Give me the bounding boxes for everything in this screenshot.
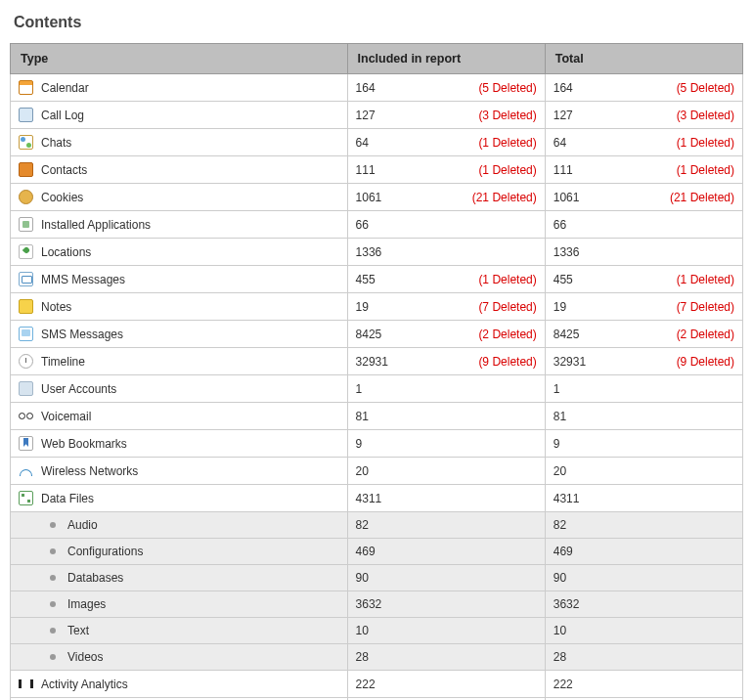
table-row[interactable]: Installed Applications6666 (11, 211, 743, 239)
count-value: 1 (554, 382, 560, 396)
count-value: 222 (356, 678, 376, 691)
col-header-total: Total (545, 44, 742, 74)
table-row[interactable]: Timeline32931(9 Deleted)32931(9 Deleted) (11, 348, 743, 375)
included-cell: 164(5 Deleted) (347, 74, 545, 102)
total-cell: 81 (545, 403, 742, 430)
total-cell: 164(5 Deleted) (545, 74, 742, 102)
total-cell: 32931(9 Deleted) (545, 348, 742, 375)
count-value: 455 (356, 273, 376, 286)
table-row[interactable]: Wireless Networks2020 (11, 458, 743, 485)
included-cell: 10 (347, 618, 545, 644)
table-row[interactable]: Databases9090 (11, 565, 743, 591)
deleted-badge: (1 Deleted) (677, 273, 734, 286)
row-label: Web Bookmarks (41, 437, 127, 451)
table-row[interactable]: Audio8282 (11, 512, 743, 539)
row-label: MMS Messages (41, 273, 125, 286)
count-value: 8425 (554, 328, 580, 341)
count-value: 3632 (356, 597, 382, 611)
included-cell: 1061(21 Deleted) (347, 184, 545, 211)
row-label: Call Log (41, 109, 84, 122)
included-cell: 127(3 Deleted) (347, 102, 545, 129)
contacts-icon (19, 162, 33, 177)
table-row[interactable]: Calendar164(5 Deleted)164(5 Deleted) (11, 74, 743, 102)
total-cell: 10 (545, 618, 742, 644)
voicemail-icon (19, 409, 33, 423)
count-value: 4311 (356, 492, 382, 505)
deleted-badge: (21 Deleted) (670, 191, 734, 204)
call-log-icon (19, 108, 33, 122)
row-label: Timeline (41, 355, 85, 369)
deleted-badge: (1 Deleted) (478, 163, 536, 177)
deleted-badge: (7 Deleted) (478, 300, 536, 314)
count-value: 127 (554, 109, 573, 122)
table-row[interactable]: Voicemail8181 (11, 403, 743, 430)
count-value: 8425 (356, 328, 382, 341)
table-row[interactable]: Web Bookmarks99 (11, 430, 743, 458)
deleted-badge: (2 Deleted) (677, 328, 734, 341)
total-cell: 3632 (545, 591, 742, 618)
count-value: 164 (356, 81, 376, 95)
count-value: 1336 (554, 245, 580, 259)
count-value: 1 (356, 382, 363, 396)
table-row[interactable]: Call Log127(3 Deleted)127(3 Deleted) (11, 102, 743, 129)
count-value: 19 (356, 300, 369, 314)
total-cell: 1061(21 Deleted) (545, 184, 742, 211)
table-row[interactable]: Contacts111(1 Deleted)111(1 Deleted) (11, 156, 743, 184)
deleted-badge: (1 Deleted) (478, 136, 536, 150)
table-row[interactable]: Configurations469469 (11, 539, 743, 565)
included-cell: 1336 (347, 239, 545, 266)
row-label: Calendar (41, 81, 89, 95)
table-row[interactable]: User Accounts11 (11, 375, 743, 403)
count-value: 1336 (356, 245, 382, 259)
table-row[interactable]: Data Files43114311 (11, 485, 743, 512)
table-row[interactable]: Chats64(1 Deleted)64(1 Deleted) (11, 129, 743, 156)
bullet-icon (50, 522, 56, 528)
deleted-badge: (3 Deleted) (478, 109, 536, 122)
total-cell: 82 (545, 512, 742, 539)
table-row[interactable]: Activity Analytics222222 (11, 671, 743, 698)
count-value: 20 (554, 464, 566, 478)
count-value: 90 (356, 571, 369, 585)
deleted-badge: (9 Deleted) (677, 355, 734, 369)
included-cell: 19(7 Deleted) (347, 293, 545, 321)
notes-icon (19, 299, 33, 314)
row-label: Locations (41, 245, 91, 259)
included-cell: 28 (347, 644, 545, 671)
table-row[interactable]: Notes19(7 Deleted)19(7 Deleted) (11, 293, 743, 321)
deleted-badge: (21 Deleted) (472, 191, 537, 204)
count-value: 9 (356, 437, 363, 451)
bullet-icon (50, 628, 56, 634)
activity-analytics-icon (19, 677, 33, 691)
total-cell: 19(7 Deleted) (545, 293, 742, 321)
row-label: Cookies (41, 191, 83, 204)
table-row[interactable]: Cookies1061(21 Deleted)1061(21 Deleted) (11, 184, 743, 211)
table-row[interactable]: Text1010 (11, 618, 743, 644)
bullet-icon (50, 575, 56, 581)
included-cell: 222 (347, 671, 545, 698)
included-cell: 9 (347, 430, 545, 458)
table-row[interactable]: Images36323632 (11, 591, 743, 618)
table-row[interactable]: Videos2828 (11, 644, 743, 671)
row-label: Text (67, 624, 89, 637)
count-value: 28 (554, 650, 566, 664)
included-cell: 81 (347, 403, 545, 430)
total-cell: 9 (545, 430, 742, 458)
count-value: 32931 (554, 355, 586, 369)
count-value: 222 (554, 678, 573, 691)
table-row[interactable]: MMS Messages455(1 Deleted)455(1 Deleted) (11, 266, 743, 293)
col-header-included: Included in report (347, 44, 545, 74)
table-row[interactable]: Locations13361336 (11, 239, 743, 266)
total-cell: 222 (545, 671, 742, 698)
row-label: Configurations (67, 545, 143, 558)
total-cell: 28 (545, 644, 742, 671)
row-label: SMS Messages (41, 328, 123, 341)
row-label: Videos (67, 650, 103, 664)
data-files-icon (19, 491, 33, 505)
total-cell: 90 (545, 565, 742, 591)
table-row[interactable]: SMS Messages8425(2 Deleted)8425(2 Delete… (11, 321, 743, 348)
table-header-row: Type Included in report Total (11, 44, 743, 74)
included-cell: 66 (347, 211, 545, 239)
count-value: 19 (554, 300, 566, 314)
deleted-badge: (9 Deleted) (478, 355, 536, 369)
section-title: Contents (14, 14, 743, 31)
